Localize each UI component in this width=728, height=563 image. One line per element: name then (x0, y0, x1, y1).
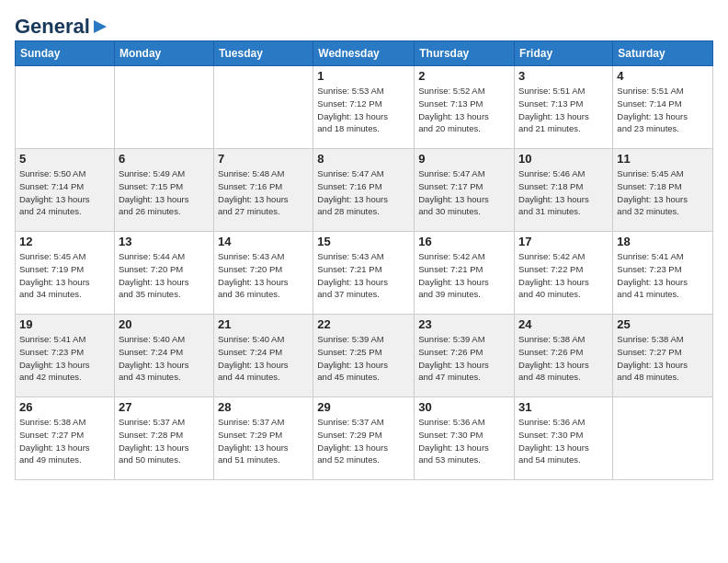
calendar-week-row: 12Sunrise: 5:45 AM Sunset: 7:19 PM Dayli… (16, 232, 713, 315)
day-info: Sunrise: 5:52 AM Sunset: 7:13 PM Dayligh… (418, 85, 510, 135)
day-number: 20 (119, 317, 210, 331)
calendar-day: 15Sunrise: 5:43 AM Sunset: 7:21 PM Dayli… (313, 232, 415, 315)
day-info: Sunrise: 5:47 AM Sunset: 7:17 PM Dayligh… (418, 167, 510, 218)
calendar-day: 20Sunrise: 5:40 AM Sunset: 7:24 PM Dayli… (114, 315, 213, 397)
day-number: 6 (119, 152, 210, 166)
logo: General (15, 15, 110, 33)
day-info: Sunrise: 5:47 AM Sunset: 7:16 PM Dayligh… (317, 167, 410, 218)
day-number: 10 (518, 152, 609, 166)
day-number: 26 (19, 400, 110, 414)
calendar-day: 27Sunrise: 5:37 AM Sunset: 7:28 PM Dayli… (114, 397, 213, 480)
day-number: 13 (119, 235, 210, 248)
day-info: Sunrise: 5:39 AM Sunset: 7:26 PM Dayligh… (418, 333, 510, 384)
day-info: Sunrise: 5:39 AM Sunset: 7:25 PM Dayligh… (317, 333, 410, 384)
weekday-header: Saturday (613, 41, 713, 66)
day-info: Sunrise: 5:45 AM Sunset: 7:19 PM Dayligh… (19, 250, 110, 301)
day-info: Sunrise: 5:51 AM Sunset: 7:13 PM Dayligh… (518, 85, 609, 135)
day-info: Sunrise: 5:37 AM Sunset: 7:28 PM Dayligh… (119, 416, 210, 466)
calendar-day: 6Sunrise: 5:49 AM Sunset: 7:15 PM Daylig… (114, 149, 213, 232)
day-info: Sunrise: 5:43 AM Sunset: 7:20 PM Dayligh… (218, 250, 309, 301)
day-number: 24 (518, 317, 609, 331)
weekday-header: Friday (515, 41, 613, 66)
calendar-day: 5Sunrise: 5:50 AM Sunset: 7:14 PM Daylig… (16, 149, 115, 232)
day-info: Sunrise: 5:41 AM Sunset: 7:23 PM Dayligh… (617, 250, 709, 301)
calendar-day: 2Sunrise: 5:52 AM Sunset: 7:13 PM Daylig… (415, 66, 515, 149)
day-number: 17 (518, 235, 609, 248)
calendar-week-row: 1Sunrise: 5:53 AM Sunset: 7:12 PM Daylig… (16, 66, 713, 149)
day-number: 27 (119, 400, 210, 414)
day-info: Sunrise: 5:38 AM Sunset: 7:27 PM Dayligh… (19, 416, 110, 466)
day-number: 7 (218, 152, 309, 166)
calendar-week-row: 26Sunrise: 5:38 AM Sunset: 7:27 PM Dayli… (16, 397, 713, 480)
day-number: 2 (418, 69, 510, 83)
day-info: Sunrise: 5:41 AM Sunset: 7:23 PM Dayligh… (19, 333, 110, 384)
day-info: Sunrise: 5:45 AM Sunset: 7:18 PM Dayligh… (617, 167, 709, 218)
calendar-day: 3Sunrise: 5:51 AM Sunset: 7:13 PM Daylig… (515, 66, 613, 149)
calendar-day: 17Sunrise: 5:42 AM Sunset: 7:22 PM Dayli… (515, 232, 613, 315)
day-info: Sunrise: 5:51 AM Sunset: 7:14 PM Dayligh… (617, 85, 709, 135)
day-number: 4 (617, 69, 709, 83)
weekday-header: Monday (114, 41, 213, 66)
calendar-day: 16Sunrise: 5:42 AM Sunset: 7:21 PM Dayli… (415, 232, 515, 315)
day-number: 1 (317, 69, 410, 83)
calendar-empty (114, 66, 213, 149)
day-number: 19 (19, 317, 110, 331)
calendar-day: 31Sunrise: 5:36 AM Sunset: 7:30 PM Dayli… (515, 397, 613, 480)
calendar-day: 13Sunrise: 5:44 AM Sunset: 7:20 PM Dayli… (114, 232, 213, 315)
day-info: Sunrise: 5:48 AM Sunset: 7:16 PM Dayligh… (218, 167, 309, 218)
calendar-day: 8Sunrise: 5:47 AM Sunset: 7:16 PM Daylig… (313, 149, 415, 232)
weekday-header: Thursday (415, 41, 515, 66)
day-info: Sunrise: 5:42 AM Sunset: 7:22 PM Dayligh… (518, 250, 609, 301)
day-number: 5 (19, 152, 110, 166)
day-info: Sunrise: 5:50 AM Sunset: 7:14 PM Dayligh… (19, 167, 110, 218)
day-number: 9 (418, 152, 510, 166)
day-info: Sunrise: 5:53 AM Sunset: 7:12 PM Dayligh… (317, 85, 410, 135)
day-info: Sunrise: 5:42 AM Sunset: 7:21 PM Dayligh… (418, 250, 510, 301)
calendar-day: 22Sunrise: 5:39 AM Sunset: 7:25 PM Dayli… (313, 315, 415, 397)
day-number: 23 (418, 317, 510, 331)
day-number: 15 (317, 235, 410, 248)
day-info: Sunrise: 5:36 AM Sunset: 7:30 PM Dayligh… (418, 416, 510, 466)
day-info: Sunrise: 5:43 AM Sunset: 7:21 PM Dayligh… (317, 250, 410, 301)
day-number: 3 (518, 69, 609, 83)
day-number: 31 (518, 400, 609, 414)
day-number: 12 (19, 235, 110, 248)
calendar-day: 12Sunrise: 5:45 AM Sunset: 7:19 PM Dayli… (16, 232, 115, 315)
day-number: 28 (218, 400, 309, 414)
day-number: 21 (218, 317, 309, 331)
logo-general: General (15, 15, 90, 39)
calendar-day: 18Sunrise: 5:41 AM Sunset: 7:23 PM Dayli… (613, 232, 713, 315)
calendar-day: 25Sunrise: 5:38 AM Sunset: 7:27 PM Dayli… (613, 315, 713, 397)
calendar-empty (613, 397, 713, 480)
calendar-day: 1Sunrise: 5:53 AM Sunset: 7:12 PM Daylig… (313, 66, 415, 149)
calendar-week-row: 19Sunrise: 5:41 AM Sunset: 7:23 PM Dayli… (16, 315, 713, 397)
day-info: Sunrise: 5:37 AM Sunset: 7:29 PM Dayligh… (218, 416, 309, 466)
day-info: Sunrise: 5:40 AM Sunset: 7:24 PM Dayligh… (119, 333, 210, 384)
calendar-empty (16, 66, 115, 149)
logo-arrow-icon (90, 17, 110, 37)
day-number: 11 (617, 152, 709, 166)
day-info: Sunrise: 5:38 AM Sunset: 7:27 PM Dayligh… (617, 333, 709, 384)
weekday-header-row: SundayMondayTuesdayWednesdayThursdayFrid… (16, 41, 713, 66)
day-number: 22 (317, 317, 410, 331)
calendar-day: 9Sunrise: 5:47 AM Sunset: 7:17 PM Daylig… (415, 149, 515, 232)
day-number: 8 (317, 152, 410, 166)
day-info: Sunrise: 5:40 AM Sunset: 7:24 PM Dayligh… (218, 333, 309, 384)
day-info: Sunrise: 5:37 AM Sunset: 7:29 PM Dayligh… (317, 416, 410, 466)
day-number: 14 (218, 235, 309, 248)
weekday-header: Wednesday (313, 41, 415, 66)
day-number: 29 (317, 400, 410, 414)
calendar-week-row: 5Sunrise: 5:50 AM Sunset: 7:14 PM Daylig… (16, 149, 713, 232)
day-info: Sunrise: 5:44 AM Sunset: 7:20 PM Dayligh… (119, 250, 210, 301)
weekday-header: Sunday (16, 41, 115, 66)
calendar-day: 26Sunrise: 5:38 AM Sunset: 7:27 PM Dayli… (16, 397, 115, 480)
day-number: 25 (617, 317, 709, 331)
day-number: 30 (418, 400, 510, 414)
svg-marker-0 (94, 20, 107, 33)
calendar-empty (214, 66, 313, 149)
calendar-day: 23Sunrise: 5:39 AM Sunset: 7:26 PM Dayli… (415, 315, 515, 397)
calendar-day: 28Sunrise: 5:37 AM Sunset: 7:29 PM Dayli… (214, 397, 313, 480)
calendar-day: 24Sunrise: 5:38 AM Sunset: 7:26 PM Dayli… (515, 315, 613, 397)
calendar-day: 21Sunrise: 5:40 AM Sunset: 7:24 PM Dayli… (214, 315, 313, 397)
calendar-day: 14Sunrise: 5:43 AM Sunset: 7:20 PM Dayli… (214, 232, 313, 315)
